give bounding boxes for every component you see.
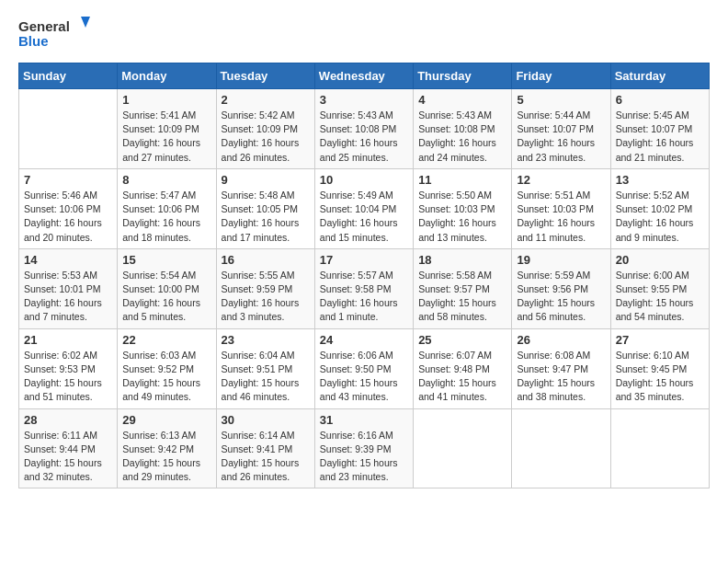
calendar-day-cell: 21Sunrise: 6:02 AM Sunset: 9:53 PM Dayli… bbox=[19, 328, 118, 408]
day-number: 23 bbox=[222, 333, 310, 347]
calendar-day-cell: 31Sunrise: 6:16 AM Sunset: 9:39 PM Dayli… bbox=[314, 408, 413, 488]
day-info: Sunrise: 5:45 AM Sunset: 10:07 PM Daylig… bbox=[616, 109, 704, 165]
day-of-week-header: Wednesday bbox=[314, 63, 413, 89]
day-number: 3 bbox=[320, 93, 408, 107]
day-number: 17 bbox=[320, 253, 408, 267]
calendar-day-cell: 1Sunrise: 5:41 AM Sunset: 10:09 PM Dayli… bbox=[118, 89, 216, 169]
calendar-day-cell: 30Sunrise: 6:14 AM Sunset: 9:41 PM Dayli… bbox=[216, 408, 314, 488]
day-info: Sunrise: 5:44 AM Sunset: 10:07 PM Daylig… bbox=[517, 109, 605, 165]
calendar-day-cell: 5Sunrise: 5:44 AM Sunset: 10:07 PM Dayli… bbox=[512, 89, 610, 169]
day-info: Sunrise: 6:07 AM Sunset: 9:48 PM Dayligh… bbox=[418, 349, 506, 405]
day-number: 30 bbox=[222, 413, 310, 427]
day-number: 19 bbox=[517, 253, 605, 267]
calendar-day-cell bbox=[610, 408, 709, 488]
day-number: 31 bbox=[320, 413, 408, 427]
day-number: 16 bbox=[222, 253, 310, 267]
day-info: Sunrise: 6:08 AM Sunset: 9:47 PM Dayligh… bbox=[517, 349, 605, 405]
calendar-header-row: SundayMondayTuesdayWednesdayThursdayFrid… bbox=[19, 63, 710, 89]
day-number: 14 bbox=[24, 253, 112, 267]
logo: GeneralBlue bbox=[18, 15, 92, 52]
header: GeneralBlue bbox=[18, 15, 710, 52]
calendar-day-cell: 8Sunrise: 5:47 AM Sunset: 10:06 PM Dayli… bbox=[118, 168, 216, 248]
day-info: Sunrise: 5:43 AM Sunset: 10:08 PM Daylig… bbox=[418, 109, 506, 165]
day-number: 12 bbox=[517, 173, 605, 187]
day-number: 18 bbox=[418, 253, 506, 267]
day-info: Sunrise: 6:13 AM Sunset: 9:42 PM Dayligh… bbox=[122, 429, 210, 485]
day-info: Sunrise: 5:53 AM Sunset: 10:01 PM Daylig… bbox=[24, 269, 112, 325]
day-info: Sunrise: 5:46 AM Sunset: 10:06 PM Daylig… bbox=[24, 189, 112, 245]
day-info: Sunrise: 5:52 AM Sunset: 10:02 PM Daylig… bbox=[616, 189, 704, 245]
day-of-week-header: Saturday bbox=[610, 63, 709, 89]
calendar-day-cell bbox=[414, 408, 512, 488]
calendar-day-cell: 6Sunrise: 5:45 AM Sunset: 10:07 PM Dayli… bbox=[610, 89, 709, 169]
logo-icon: GeneralBlue bbox=[18, 15, 92, 52]
calendar-week-row: 1Sunrise: 5:41 AM Sunset: 10:09 PM Dayli… bbox=[19, 89, 710, 169]
day-number: 27 bbox=[616, 333, 704, 347]
calendar-day-cell bbox=[19, 89, 118, 169]
calendar-day-cell: 29Sunrise: 6:13 AM Sunset: 9:42 PM Dayli… bbox=[118, 408, 216, 488]
page: GeneralBlue SundayMondayTuesdayWednesday… bbox=[0, 0, 728, 503]
day-of-week-header: Monday bbox=[118, 63, 216, 89]
day-info: Sunrise: 5:51 AM Sunset: 10:03 PM Daylig… bbox=[517, 189, 605, 245]
day-number: 1 bbox=[122, 93, 210, 107]
day-number: 20 bbox=[616, 253, 704, 267]
day-info: Sunrise: 6:03 AM Sunset: 9:52 PM Dayligh… bbox=[122, 349, 210, 405]
day-number: 21 bbox=[24, 333, 112, 347]
day-of-week-header: Thursday bbox=[414, 63, 512, 89]
calendar-day-cell bbox=[512, 408, 610, 488]
calendar-day-cell: 27Sunrise: 6:10 AM Sunset: 9:45 PM Dayli… bbox=[610, 328, 709, 408]
calendar-day-cell: 24Sunrise: 6:06 AM Sunset: 9:50 PM Dayli… bbox=[314, 328, 413, 408]
day-info: Sunrise: 6:04 AM Sunset: 9:51 PM Dayligh… bbox=[222, 349, 310, 405]
day-number: 11 bbox=[418, 173, 506, 187]
calendar-week-row: 14Sunrise: 5:53 AM Sunset: 10:01 PM Dayl… bbox=[19, 248, 710, 328]
calendar-day-cell: 12Sunrise: 5:51 AM Sunset: 10:03 PM Dayl… bbox=[512, 168, 610, 248]
day-number: 13 bbox=[616, 173, 704, 187]
calendar-day-cell: 14Sunrise: 5:53 AM Sunset: 10:01 PM Dayl… bbox=[19, 248, 118, 328]
calendar-week-row: 28Sunrise: 6:11 AM Sunset: 9:44 PM Dayli… bbox=[19, 408, 710, 488]
day-of-week-header: Friday bbox=[512, 63, 610, 89]
calendar-day-cell: 3Sunrise: 5:43 AM Sunset: 10:08 PM Dayli… bbox=[314, 89, 413, 169]
day-number: 8 bbox=[122, 173, 210, 187]
svg-text:General: General bbox=[18, 18, 70, 34]
day-number: 9 bbox=[222, 173, 310, 187]
calendar-day-cell: 15Sunrise: 5:54 AM Sunset: 10:00 PM Dayl… bbox=[118, 248, 216, 328]
calendar-day-cell: 25Sunrise: 6:07 AM Sunset: 9:48 PM Dayli… bbox=[414, 328, 512, 408]
svg-text:Blue: Blue bbox=[18, 33, 49, 49]
calendar-day-cell: 26Sunrise: 6:08 AM Sunset: 9:47 PM Dayli… bbox=[512, 328, 610, 408]
day-number: 5 bbox=[517, 93, 605, 107]
calendar-day-cell: 9Sunrise: 5:48 AM Sunset: 10:05 PM Dayli… bbox=[216, 168, 314, 248]
calendar-day-cell: 16Sunrise: 5:55 AM Sunset: 9:59 PM Dayli… bbox=[216, 248, 314, 328]
day-number: 7 bbox=[24, 173, 112, 187]
day-info: Sunrise: 6:14 AM Sunset: 9:41 PM Dayligh… bbox=[222, 429, 310, 485]
day-number: 6 bbox=[616, 93, 704, 107]
day-number: 15 bbox=[122, 253, 210, 267]
day-info: Sunrise: 6:02 AM Sunset: 9:53 PM Dayligh… bbox=[24, 349, 112, 405]
day-number: 2 bbox=[222, 93, 310, 107]
day-number: 29 bbox=[122, 413, 210, 427]
calendar-day-cell: 20Sunrise: 6:00 AM Sunset: 9:55 PM Dayli… bbox=[610, 248, 709, 328]
day-info: Sunrise: 6:06 AM Sunset: 9:50 PM Dayligh… bbox=[320, 349, 408, 405]
calendar-day-cell: 23Sunrise: 6:04 AM Sunset: 9:51 PM Dayli… bbox=[216, 328, 314, 408]
day-info: Sunrise: 5:47 AM Sunset: 10:06 PM Daylig… bbox=[122, 189, 210, 245]
day-info: Sunrise: 5:43 AM Sunset: 10:08 PM Daylig… bbox=[320, 109, 408, 165]
day-info: Sunrise: 5:54 AM Sunset: 10:00 PM Daylig… bbox=[122, 269, 210, 325]
day-number: 10 bbox=[320, 173, 408, 187]
calendar-day-cell: 2Sunrise: 5:42 AM Sunset: 10:09 PM Dayli… bbox=[216, 89, 314, 169]
day-info: Sunrise: 5:58 AM Sunset: 9:57 PM Dayligh… bbox=[418, 269, 506, 325]
day-info: Sunrise: 5:49 AM Sunset: 10:04 PM Daylig… bbox=[320, 189, 408, 245]
day-info: Sunrise: 5:59 AM Sunset: 9:56 PM Dayligh… bbox=[517, 269, 605, 325]
calendar-day-cell: 11Sunrise: 5:50 AM Sunset: 10:03 PM Dayl… bbox=[414, 168, 512, 248]
day-of-week-header: Sunday bbox=[19, 63, 118, 89]
day-number: 4 bbox=[418, 93, 506, 107]
calendar-day-cell: 22Sunrise: 6:03 AM Sunset: 9:52 PM Dayli… bbox=[118, 328, 216, 408]
day-info: Sunrise: 6:10 AM Sunset: 9:45 PM Dayligh… bbox=[616, 349, 704, 405]
day-number: 24 bbox=[320, 333, 408, 347]
day-number: 26 bbox=[517, 333, 605, 347]
calendar-week-row: 21Sunrise: 6:02 AM Sunset: 9:53 PM Dayli… bbox=[19, 328, 710, 408]
day-info: Sunrise: 6:16 AM Sunset: 9:39 PM Dayligh… bbox=[320, 429, 408, 485]
day-info: Sunrise: 5:57 AM Sunset: 9:58 PM Dayligh… bbox=[320, 269, 408, 325]
day-info: Sunrise: 5:55 AM Sunset: 9:59 PM Dayligh… bbox=[222, 269, 310, 325]
day-info: Sunrise: 5:48 AM Sunset: 10:05 PM Daylig… bbox=[222, 189, 310, 245]
day-info: Sunrise: 6:00 AM Sunset: 9:55 PM Dayligh… bbox=[616, 269, 704, 325]
day-info: Sunrise: 5:42 AM Sunset: 10:09 PM Daylig… bbox=[222, 109, 310, 165]
